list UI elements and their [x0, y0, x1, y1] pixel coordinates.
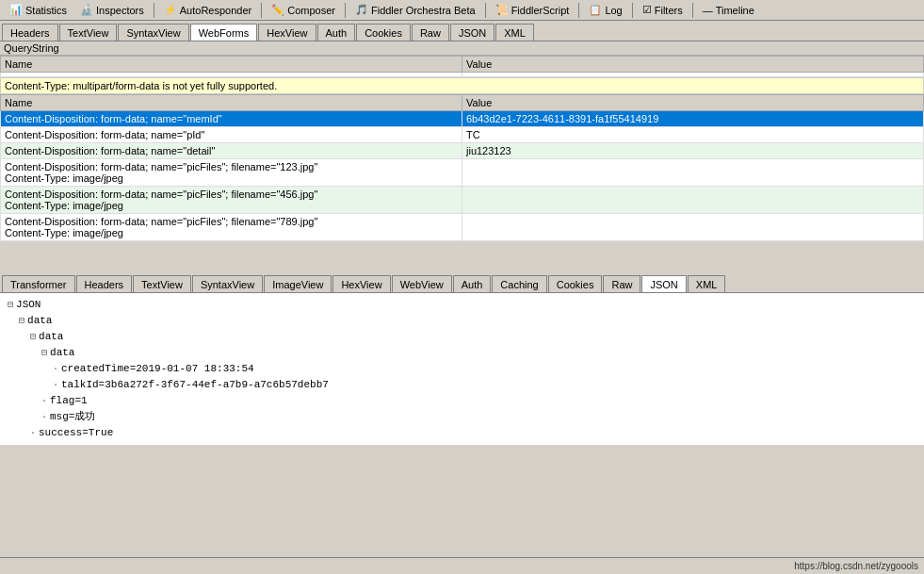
table-row[interactable]: Content-Disposition: form-data; name="me…: [1, 111, 924, 127]
form-data-table: Name Value Content-Disposition: form-dat…: [0, 94, 924, 241]
response-tab-caching[interactable]: Caching: [492, 275, 546, 292]
response-tab-transformer[interactable]: Transformer: [2, 275, 75, 292]
form-value-cell: [462, 159, 924, 187]
toolbar-separator-2: [261, 3, 262, 18]
toolbar-timeline[interactable]: — Timeline: [697, 3, 760, 18]
request-panel: QueryString Name Value Content-Type: mul…: [0, 41, 924, 272]
toolbar-orchestra[interactable]: 🎵 Fiddler Orchestra Beta: [349, 2, 481, 18]
json-node-text: msg=成功: [50, 409, 95, 425]
response-tab-textview[interactable]: TextView: [133, 275, 191, 292]
status-bar-text: https://blog.csdn.net/zygoools: [794, 561, 918, 571]
toolbar-log[interactable]: 📋 Log: [583, 2, 627, 18]
toolbar-separator-6: [632, 3, 633, 18]
json-tree-node: ·flag=1: [8, 393, 916, 409]
toolbar-separator-5: [578, 3, 579, 18]
response-tab-json[interactable]: JSON: [641, 275, 686, 292]
request-tab-xml[interactable]: XML: [495, 24, 534, 41]
form-name-cell: Content-Disposition: form-data; name="pi…: [1, 214, 462, 241]
response-tab-auth[interactable]: Auth: [453, 275, 492, 292]
inspectors-icon: 🔬: [80, 4, 93, 16]
json-tree-node: ·createdTime=2019-01-07 18:33:54: [8, 361, 916, 377]
json-node-toggle[interactable]: ⊟: [41, 345, 47, 361]
form-value-cell: 6b43d2e1-7223-4611-8391-fa1f55414919: [462, 111, 924, 127]
qs-value-header: Value: [462, 57, 924, 73]
table-row[interactable]: Content-Disposition: form-data; name="pi…: [1, 187, 924, 214]
json-node-toggle[interactable]: ⊟: [30, 329, 36, 345]
request-tab-auth[interactable]: Auth: [317, 24, 356, 41]
table-row[interactable]: Content-Disposition: form-data; name="pI…: [1, 127, 924, 143]
request-tab-headers[interactable]: Headers: [2, 24, 58, 41]
json-node-text: data: [27, 313, 52, 329]
status-bar: https://blog.csdn.net/zygoools: [0, 557, 924, 574]
toolbar-autoresponder[interactable]: ⚡ AutoResponder: [158, 2, 257, 18]
response-tab-cookies[interactable]: Cookies: [548, 275, 603, 292]
json-node-toggle[interactable]: ⊟: [19, 313, 24, 329]
orchestra-icon: 🎵: [355, 4, 368, 16]
toolbar-separator-3: [345, 3, 346, 18]
response-tab-headers[interactable]: Headers: [76, 275, 133, 292]
json-root-label: JSON: [16, 297, 41, 313]
response-tab-syntaxview[interactable]: SyntaxView: [192, 275, 263, 292]
autoresponder-icon: ⚡: [164, 4, 177, 16]
json-tree-node: ·talkId=3b6a272f-3f67-44ef-a7b9-a7c6b57d…: [8, 377, 916, 393]
toolbar-filters[interactable]: ☑ Filters: [637, 2, 689, 18]
querystring-label: QueryString: [4, 42, 59, 54]
toolbar-statistics[interactable]: 📊 Statistics: [4, 2, 73, 18]
request-tab-syntaxview[interactable]: SyntaxView: [118, 24, 188, 41]
response-tab-xml[interactable]: XML: [688, 275, 726, 292]
response-panel: ⊟JSON⊟data⊟data⊟data·createdTime=2019-01…: [0, 293, 924, 557]
timeline-icon: —: [703, 5, 713, 16]
filters-icon: ☑: [642, 4, 652, 16]
json-tree-node[interactable]: ⊟data: [8, 345, 916, 361]
fiddlerscript-icon: 📜: [495, 4, 509, 16]
json-node-text: success=True: [39, 425, 113, 441]
response-tab-hexview[interactable]: HexView: [332, 275, 390, 292]
request-tab-textview[interactable]: TextView: [59, 24, 118, 41]
request-tab-hexview[interactable]: HexView: [258, 24, 316, 41]
notice-text: Content-Type: multipart/form-data is not…: [5, 80, 277, 91]
autoresponder-label: AutoResponder: [180, 5, 251, 16]
json-tree-node[interactable]: ⊟data: [8, 329, 916, 345]
form-name-cell: Content-Disposition: form-data; name="me…: [1, 111, 462, 127]
log-label: Log: [605, 5, 622, 16]
request-tab-bar: HeadersTextViewSyntaxViewWebFormsHexView…: [0, 21, 924, 41]
log-icon: 📋: [589, 4, 602, 16]
statistics-icon: 📊: [9, 4, 23, 16]
form-name-cell: Content-Disposition: form-data; name="de…: [1, 143, 462, 159]
table-row[interactable]: Content-Disposition: form-data; name="de…: [1, 143, 924, 159]
json-node-toggle: ·: [53, 377, 58, 393]
orchestra-label: Fiddler Orchestra Beta: [371, 5, 476, 16]
request-tab-cookies[interactable]: Cookies: [356, 24, 411, 41]
json-node-toggle: ·: [30, 425, 36, 441]
composer-icon: ✏️: [271, 4, 284, 16]
request-tab-json[interactable]: JSON: [450, 24, 494, 41]
request-tab-raw[interactable]: Raw: [412, 24, 449, 41]
form-name-cell: Content-Disposition: form-data; name="pI…: [1, 127, 462, 143]
toolbar-inspectors[interactable]: 🔬 Inspectors: [74, 2, 150, 18]
json-root-toggle[interactable]: ⊟: [8, 297, 13, 313]
filters-label: Filters: [655, 5, 683, 16]
table-row[interactable]: Content-Disposition: form-data; name="pi…: [1, 159, 924, 187]
form-value-cell: [462, 214, 924, 241]
response-tab-webview[interactable]: WebView: [392, 275, 452, 292]
qs-value-cell: [462, 73, 924, 77]
json-node-toggle: ·: [41, 393, 47, 409]
composer-label: Composer: [287, 5, 335, 16]
toolbar-composer[interactable]: ✏️ Composer: [266, 2, 341, 18]
response-tab-raw[interactable]: Raw: [603, 275, 640, 292]
response-tab-imageview[interactable]: ImageView: [264, 275, 332, 292]
request-tab-webforms[interactable]: WebForms: [190, 24, 258, 41]
table-row[interactable]: Content-Disposition: form-data; name="pi…: [1, 214, 924, 241]
toolbar-fiddlerscript[interactable]: 📜 FiddlerScript: [490, 2, 575, 18]
qs-name-header: Name: [1, 57, 462, 73]
json-node-text: createdTime=2019-01-07 18:33:54: [61, 361, 254, 377]
form-value-cell: jiu123123: [462, 143, 924, 159]
json-node-text: talkId=3b6a272f-3f67-44ef-a7b9-a7c6b57de…: [61, 377, 329, 393]
json-tree-node: ·success=True: [8, 425, 916, 441]
json-node-text: flag=1: [50, 393, 88, 409]
inspectors-label: Inspectors: [96, 5, 144, 16]
toolbar: 📊 Statistics 🔬 Inspectors ⚡ AutoResponde…: [0, 0, 924, 21]
json-tree-node[interactable]: ⊟data: [8, 313, 916, 329]
table-row: [1, 73, 924, 77]
json-node-toggle: ·: [53, 361, 58, 377]
